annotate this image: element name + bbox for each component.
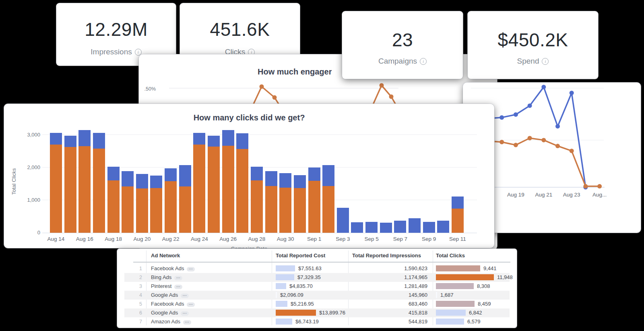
bar-segment-blue[interactable] xyxy=(208,136,220,147)
bar-segment-blue[interactable] xyxy=(107,167,120,180)
bar-segment-blue[interactable] xyxy=(236,133,248,149)
line-point-orange[interactable] xyxy=(528,136,532,141)
line-point-orange[interactable] xyxy=(597,184,602,188)
bar-segment-blue[interactable] xyxy=(64,136,76,147)
bar-segment-blue[interactable] xyxy=(437,221,449,233)
bar-segment-orange[interactable] xyxy=(236,149,248,233)
bar-segment-orange[interactable] xyxy=(150,188,162,233)
engagement-line-point[interactable] xyxy=(272,95,277,100)
more-menu-pill[interactable] xyxy=(183,320,191,325)
bar-segment-blue[interactable] xyxy=(78,130,91,146)
bar-segment-blue[interactable] xyxy=(380,223,392,233)
bar-segment-blue[interactable] xyxy=(308,168,320,181)
bar-segment-orange[interactable] xyxy=(222,146,234,233)
bar-segment-blue[interactable] xyxy=(409,218,421,233)
line-point-orange[interactable] xyxy=(500,140,504,144)
row-number: 1 xyxy=(124,264,142,273)
cost-data-bar xyxy=(276,274,294,280)
table-row[interactable]: 5Facebook Ads$5,216.95683,4608,459 xyxy=(124,300,510,308)
bar-segment-orange[interactable] xyxy=(93,149,105,233)
bar-segment-blue[interactable] xyxy=(351,222,363,233)
line-point-orange[interactable] xyxy=(570,149,574,153)
engagement-line-point[interactable] xyxy=(389,95,394,99)
line-point-blue[interactable] xyxy=(528,103,532,108)
bar-segment-orange[interactable] xyxy=(265,186,277,233)
bar-segment-orange[interactable] xyxy=(165,181,177,233)
bar-segment-blue[interactable] xyxy=(423,222,435,233)
more-menu-pill[interactable] xyxy=(181,294,189,298)
more-menu-pill[interactable] xyxy=(187,267,195,271)
bar-segment-blue[interactable] xyxy=(93,133,105,149)
bar-segment-orange[interactable] xyxy=(208,147,220,233)
bar-segment-orange[interactable] xyxy=(179,186,191,233)
kpi-label-text: Campaigns xyxy=(378,57,417,66)
bar-segment-blue[interactable] xyxy=(150,176,162,188)
table-row[interactable]: 1Facebook Ads$7,551.631,590,6239,441 xyxy=(124,264,510,273)
bar-segment-blue[interactable] xyxy=(193,133,205,145)
more-menu-pill[interactable] xyxy=(187,302,195,307)
ad-network-cell: Google Ads xyxy=(151,291,189,300)
bar-segment-orange[interactable] xyxy=(107,180,120,233)
x-tick-label: Aug 20 xyxy=(128,236,156,242)
line-series-orange xyxy=(488,138,600,186)
table-row[interactable]: 6Google Ads$13,899.76415,8186,842 xyxy=(124,308,510,317)
more-menu-pill[interactable] xyxy=(181,311,189,316)
bar-segment-blue[interactable] xyxy=(394,221,406,233)
engagement-line-point[interactable] xyxy=(260,85,264,89)
x-tick-label: Aug... xyxy=(592,192,607,198)
bar-segment-orange[interactable] xyxy=(122,186,134,233)
engagement-line-point[interactable] xyxy=(380,83,384,88)
bar-segment-orange[interactable] xyxy=(78,146,91,233)
bar-segment-orange[interactable] xyxy=(279,188,291,233)
cost-value: $6,743.19 xyxy=(295,317,319,326)
bar-segment-blue[interactable] xyxy=(294,175,306,188)
bar-segment-blue[interactable] xyxy=(337,208,349,233)
bar-segment-orange[interactable] xyxy=(193,145,205,233)
bar-segment-blue[interactable] xyxy=(265,171,277,186)
bar-segment-orange[interactable] xyxy=(64,147,76,233)
line-point-orange[interactable] xyxy=(583,184,588,188)
bar-segment-blue[interactable] xyxy=(452,197,464,209)
row-number: 7 xyxy=(124,317,142,326)
bar-segment-blue[interactable] xyxy=(179,165,191,186)
line-point-blue[interactable] xyxy=(514,112,518,117)
bar-segment-orange[interactable] xyxy=(308,181,320,233)
clicks-plot: 01,0002,0003,000Aug 14Aug 16Aug 18Aug 20… xyxy=(4,104,494,248)
bar-segment-orange[interactable] xyxy=(136,188,148,233)
bar-segment-orange[interactable] xyxy=(50,145,62,233)
more-menu-pill[interactable] xyxy=(174,285,182,289)
x-tick-label: Aug 16 xyxy=(70,236,99,242)
table-row[interactable]: 3Pinterest$4,835.701,281,4898,308 xyxy=(124,282,510,291)
bar-segment-blue[interactable] xyxy=(365,222,378,233)
bar-segment-orange[interactable] xyxy=(294,188,306,233)
line-point-orange[interactable] xyxy=(555,144,560,148)
bar-segment-orange[interactable] xyxy=(251,180,263,233)
bar-segment-blue[interactable] xyxy=(251,167,263,180)
line-point-orange[interactable] xyxy=(541,138,546,142)
more-menu-pill[interactable] xyxy=(174,276,182,280)
line-point-orange[interactable] xyxy=(514,143,518,147)
table-body: 1Facebook Ads$7,551.631,590,6239,4412Bin… xyxy=(117,249,517,328)
bar-segment-blue[interactable] xyxy=(165,168,177,182)
bar-segment-blue[interactable] xyxy=(322,165,334,186)
bar-segment-blue[interactable] xyxy=(279,173,291,188)
table-row[interactable]: 2Bing Ads$7,329.351,174,96511,948 xyxy=(124,273,510,282)
line-point-blue[interactable] xyxy=(570,91,574,95)
x-tick-label: Aug 28 xyxy=(243,236,271,242)
bar-segment-blue[interactable] xyxy=(50,133,62,145)
clicks-data-bar xyxy=(436,292,437,298)
cost-value: $4,835.70 xyxy=(289,282,313,291)
info-icon[interactable] xyxy=(542,58,549,65)
table-row[interactable]: 4Google Ads$2,096.09145,9601,687 xyxy=(124,291,510,300)
x-tick-label: Aug 19 xyxy=(507,192,524,198)
bar-segment-blue[interactable] xyxy=(222,130,234,146)
info-icon[interactable] xyxy=(420,58,427,65)
bar-segment-blue[interactable] xyxy=(136,174,148,188)
bar-segment-orange[interactable] xyxy=(322,186,334,233)
line-point-blue[interactable] xyxy=(541,85,546,89)
line-point-blue[interactable] xyxy=(500,115,504,120)
table-row[interactable]: 7Amazon Ads$6,743.19544,8196,579 xyxy=(124,317,510,326)
bar-segment-blue[interactable] xyxy=(122,171,134,186)
bar-segment-orange[interactable] xyxy=(452,209,464,233)
line-point-blue[interactable] xyxy=(555,124,560,128)
